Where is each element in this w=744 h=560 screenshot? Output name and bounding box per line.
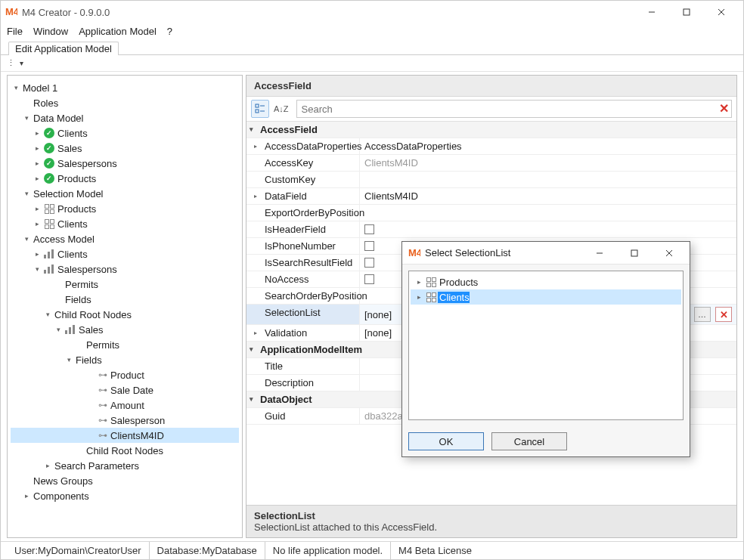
- expander-icon[interactable]: ▾: [21, 235, 32, 243]
- menu-application-model[interactable]: Application Model: [79, 26, 157, 37]
- property-description-text: SelectionList attached to this AccessFie…: [254, 521, 729, 533]
- expander-icon[interactable]: ▾: [42, 311, 53, 318]
- tab-edit-application-model[interactable]: Edit Application Model: [8, 42, 119, 55]
- maximize-button[interactable]: [669, 1, 704, 23]
- tree-node-permits[interactable]: Permits: [11, 277, 239, 292]
- expander-icon[interactable]: ▸: [414, 293, 424, 301]
- clear-search-icon[interactable]: ✕: [719, 101, 729, 116]
- property-search-input[interactable]: [296, 100, 732, 118]
- tree-node-dm-sales[interactable]: ▸ Sales: [11, 141, 239, 156]
- tree-node-child-root-nodes[interactable]: ▾ Child Root Nodes: [11, 307, 239, 322]
- close-button[interactable]: [704, 1, 739, 23]
- expander-icon[interactable]: ▸: [32, 205, 42, 212]
- property-panel-title: AccessField: [246, 76, 736, 97]
- property-name: Description: [265, 377, 314, 388]
- tree-node-news-groups[interactable]: News Groups: [11, 473, 239, 488]
- svg-rect-5: [256, 104, 259, 107]
- property-value[interactable]: [360, 172, 736, 187]
- property-row-accessdataproperties[interactable]: ▸AccessDataProperties AccessDataProperti…: [246, 138, 736, 155]
- tree-node-field-amount[interactable]: ⊶ Amount: [11, 398, 239, 413]
- checkbox[interactable]: [364, 258, 374, 268]
- tree-label: Salesperson: [109, 415, 165, 426]
- property-row-datafield[interactable]: ▸DataField ClientsM4ID: [246, 188, 736, 205]
- tree-node-field-clientsm4id[interactable]: ⊶ ClientsM4ID: [11, 428, 239, 443]
- tree-node-crn-permits[interactable]: Permits: [11, 337, 239, 352]
- dialog-tree-item-products[interactable]: ▸ Products: [411, 274, 681, 289]
- model-tree[interactable]: ▾ Model 1 Roles ▾ Data Model ▸ Clients: [8, 76, 242, 537]
- expander-icon[interactable]: ▾: [64, 356, 74, 364]
- property-value[interactable]: AccessDataProperties: [360, 138, 736, 154]
- property-value[interactable]: ClientsM4ID: [360, 155, 736, 171]
- menu-help[interactable]: ?: [167, 26, 172, 37]
- property-name: IsPhoneNumber: [265, 240, 336, 252]
- tree-node-selection-model[interactable]: ▾ Selection Model: [11, 186, 239, 201]
- expander-icon[interactable]: ▸: [32, 144, 42, 152]
- tree-node-sm-clients[interactable]: ▸ Clients: [11, 216, 239, 231]
- expander-icon[interactable]: ▾: [21, 114, 32, 122]
- alphabetical-sort-button[interactable]: A↓Z: [272, 104, 293, 113]
- cancel-button[interactable]: Cancel: [491, 432, 567, 450]
- tree-node-field-salesperson[interactable]: ⊶ Salesperson: [11, 413, 239, 428]
- ok-button[interactable]: OK: [408, 432, 484, 450]
- dialog-tree-item-clients[interactable]: ▸ Clients: [411, 289, 681, 305]
- tree-node-field-sale-date[interactable]: ⊶ Sale Date: [11, 382, 239, 398]
- tree-node-data-model[interactable]: ▾ Data Model: [11, 110, 239, 125]
- checkbox[interactable]: [364, 274, 374, 284]
- dialog-minimize-button[interactable]: [582, 242, 617, 265]
- toolbar-menu-icon[interactable]: ⋮: [7, 58, 15, 68]
- expander-icon[interactable]: ▾: [53, 326, 64, 333]
- grid-icon: [42, 218, 56, 230]
- expander-icon[interactable]: ▸: [32, 250, 42, 258]
- expander-icon[interactable]: ▸: [414, 278, 424, 286]
- property-name: Guid: [265, 410, 285, 422]
- menu-file[interactable]: File: [7, 26, 23, 37]
- property-row-exportorder[interactable]: ExportOrderByPosition: [246, 205, 736, 221]
- minimize-button[interactable]: [634, 1, 669, 23]
- property-row-accesskey[interactable]: AccessKey ClientsM4ID: [246, 155, 736, 172]
- expander-icon[interactable]: ▾: [21, 190, 32, 197]
- selectionlist-tree[interactable]: ▸ Products ▸ Clients: [408, 271, 684, 420]
- tree-node-dm-clients[interactable]: ▸ Clients: [11, 125, 239, 141]
- expander-icon[interactable]: ▸: [42, 462, 53, 469]
- tree-node-dm-salespersons[interactable]: ▸ Salespersons: [11, 156, 239, 171]
- tree-node-crn-fields[interactable]: ▾ Fields: [11, 352, 239, 367]
- checkbox[interactable]: [364, 224, 374, 234]
- expander-icon[interactable]: ▾: [11, 84, 21, 91]
- tree-node-access-model[interactable]: ▾ Access Model: [11, 231, 239, 246]
- tree-node-field-product[interactable]: ⊶ Product: [11, 367, 239, 382]
- tree-node-fields[interactable]: Fields: [11, 292, 239, 307]
- browse-button[interactable]: …: [694, 307, 711, 322]
- document-toolbar: ⋮ ▾: [1, 55, 743, 72]
- tree-node-crn-child-root-nodes[interactable]: Child Root Nodes: [11, 443, 239, 458]
- tree-node-am-salespersons[interactable]: ▾ Salespersons: [11, 261, 239, 277]
- dialog-close-button[interactable]: [652, 242, 687, 265]
- expander-icon[interactable]: ▸: [32, 159, 42, 167]
- tree-label: Fields: [74, 354, 102, 366]
- tree-node-dm-products[interactable]: ▸ Products: [11, 171, 239, 186]
- expander-icon[interactable]: ▾: [32, 265, 42, 273]
- tree-node-components[interactable]: ▸ Components: [11, 488, 239, 503]
- expander-icon[interactable]: ▸: [32, 175, 42, 182]
- tree-node-search-parameters[interactable]: ▸ Search Parameters: [11, 458, 239, 473]
- expander-icon[interactable]: ▸: [21, 492, 32, 500]
- property-row-isheaderfield[interactable]: IsHeaderField: [246, 221, 736, 238]
- checkbox[interactable]: [364, 241, 374, 251]
- clear-value-button[interactable]: ✕: [715, 307, 732, 322]
- status-database: Database: MyDatabase: [150, 542, 265, 559]
- property-value[interactable]: [360, 205, 736, 221]
- tree-label: Sale Date: [109, 385, 153, 396]
- property-row-customkey[interactable]: CustomKey: [246, 172, 736, 188]
- expander-icon[interactable]: ▸: [32, 129, 42, 137]
- tree-node-sm-products[interactable]: ▸ Products: [11, 201, 239, 216]
- expander-icon[interactable]: ▸: [32, 220, 42, 227]
- tree-node-roles[interactable]: Roles: [11, 95, 239, 110]
- property-value[interactable]: ClientsM4ID: [360, 188, 736, 204]
- categorized-view-button[interactable]: [251, 100, 269, 118]
- menu-window[interactable]: Window: [33, 26, 68, 37]
- dialog-maximize-button[interactable]: [617, 242, 652, 265]
- tree-node-model[interactable]: ▾ Model 1: [11, 80, 239, 95]
- tree-node-crn-sales[interactable]: ▾ Sales: [11, 322, 239, 337]
- chevron-down-icon[interactable]: ▾: [20, 59, 23, 67]
- property-category-accessfield[interactable]: ▾AccessField: [246, 122, 736, 138]
- tree-node-am-clients[interactable]: ▸ Clients: [11, 246, 239, 261]
